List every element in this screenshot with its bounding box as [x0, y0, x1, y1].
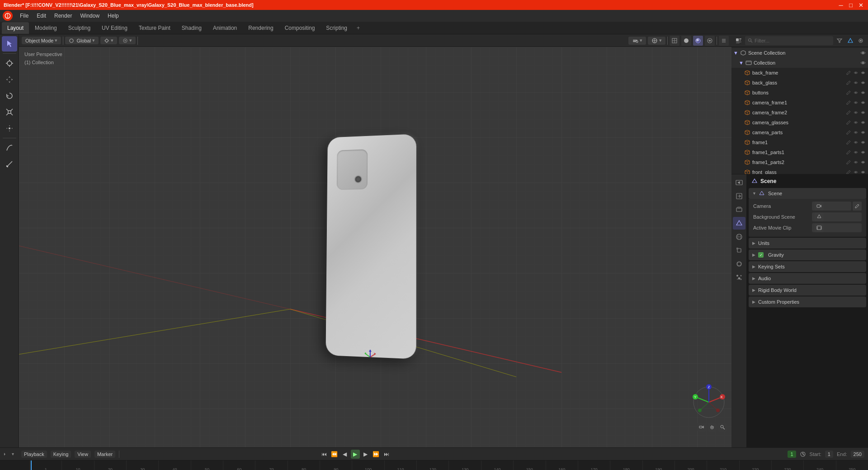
section-units-header[interactable]: ▶ Units [749, 238, 866, 249]
tab-uv-editing[interactable]: UV Editing [96, 22, 133, 34]
item-eye-icon-frame1[interactable] [860, 139, 866, 146]
outliner-item-frame1_parts1[interactable]: frame1_parts1 [731, 147, 868, 157]
start-frame-input[interactable]: 1 [825, 451, 833, 458]
props-render-icon[interactable] [733, 176, 745, 189]
outliner-item-back_frame[interactable]: back_frame [731, 68, 868, 78]
section-gravity-header[interactable]: ▶ ✓ Gravity [749, 249, 866, 260]
item-edit-icon-buttons[interactable] [845, 89, 852, 96]
tab-rendering[interactable]: Rendering [243, 22, 278, 34]
visibility-icon[interactable] [860, 50, 866, 56]
outliner-item-frame1[interactable]: frame1 [731, 137, 868, 147]
item-vis-icon-back_glass[interactable] [853, 80, 859, 86]
end-frame-input[interactable]: 250 [851, 451, 864, 458]
tab-layout[interactable]: Layout [2, 22, 29, 34]
item-vis-icon-camera_glasses[interactable] [853, 119, 859, 126]
prev-keyframe-btn[interactable]: ⏪ [330, 450, 339, 459]
menu-edit[interactable]: Edit [33, 12, 50, 20]
tab-texture-paint[interactable]: Texture Paint [133, 22, 176, 34]
shading-wireframe[interactable] [670, 36, 679, 46]
tool-measure[interactable] [2, 156, 17, 172]
outliner-item-buttons[interactable]: buttons [731, 88, 868, 98]
section-keying-sets-header[interactable]: ▶ Keying Sets [749, 261, 866, 272]
tab-shading[interactable]: Shading [176, 22, 207, 34]
timeline-ruler[interactable]: 1 10 20 30 40 50 60 70 80 90 100 110 120… [0, 460, 868, 470]
tl-playback-btn[interactable]: Playback [21, 451, 47, 458]
camera-edit-icon[interactable] [853, 202, 862, 211]
bg-scene-value[interactable] [812, 212, 862, 221]
snap-selector[interactable]: ▾ [100, 37, 117, 44]
item-edit-icon-frame1_parts1[interactable] [845, 149, 852, 155]
section-audio-header[interactable]: ▶ Audio [749, 273, 866, 284]
outliner-scene-icon[interactable] [846, 36, 855, 45]
tool-rotate[interactable] [2, 88, 17, 103]
outliner-render-icon[interactable] [856, 36, 865, 45]
shading-extra[interactable] [719, 36, 729, 46]
viewport-3d[interactable]: Object Mode ▾ Global ▾ ▾ ▾ [19, 34, 731, 447]
item-eye-icon-camera_parts[interactable] [860, 129, 866, 136]
tool-move[interactable] [2, 72, 17, 87]
play-btn[interactable]: ▶ [351, 450, 360, 459]
item-edit-icon-back_glass[interactable] [845, 80, 852, 86]
movie-clip-icon[interactable] [815, 223, 824, 232]
navigation-gizmo[interactable]: X Y Z [691, 384, 727, 420]
bg-scene-icon[interactable] [815, 212, 824, 221]
item-eye-icon-frame1_parts2[interactable] [860, 159, 866, 165]
current-frame-input[interactable]: 1 [788, 451, 796, 458]
item-eye-icon-frame1_parts1[interactable] [860, 149, 866, 155]
outliner-item-camera_parts[interactable]: camera_parts [731, 127, 868, 137]
tab-animation[interactable]: Animation [208, 22, 242, 34]
item-edit-icon-camera_frame1[interactable] [845, 99, 852, 106]
outliner-filter-btn[interactable] [835, 36, 844, 45]
gizmo-options[interactable]: ▾ [648, 37, 665, 45]
item-vis-icon-front_glass[interactable] [853, 169, 859, 174]
overlay-options[interactable]: ▾ [628, 37, 646, 45]
tl-marker-btn[interactable]: Marker [94, 451, 115, 458]
view-camera-icon[interactable] [697, 423, 706, 432]
object-mode-selector[interactable]: Object Mode ▾ [22, 37, 61, 44]
outliner-type-selector[interactable] [734, 36, 743, 45]
view-hand-icon[interactable] [708, 423, 717, 432]
props-world-icon[interactable] [733, 230, 745, 243]
item-eye-icon-front_glass[interactable] [860, 169, 866, 174]
item-vis-icon-camera_frame2[interactable] [853, 109, 859, 116]
timeline-type-selector[interactable]: ▾ [4, 451, 14, 457]
proportional-selector[interactable]: ▾ [119, 37, 136, 44]
transform-selector[interactable]: Global ▾ [65, 37, 99, 44]
camera-value-icon[interactable] [815, 202, 824, 211]
item-vis-icon-frame1_parts1[interactable] [853, 149, 859, 155]
tool-cursor[interactable] [2, 56, 17, 71]
tool-transform[interactable] [2, 121, 17, 136]
menu-window[interactable]: Window [76, 12, 103, 20]
props-object-icon[interactable] [733, 244, 745, 257]
next-keyframe-btn[interactable]: ⏩ [372, 450, 381, 459]
tab-compositing[interactable]: Compositing [279, 22, 321, 34]
outliner-item-camera_frame2[interactable]: camera_frame2 [731, 108, 868, 118]
menu-help[interactable]: Help [104, 12, 123, 20]
section-scene-header[interactable]: ▼ Scene [749, 188, 866, 199]
minimize-button[interactable]: ─ [837, 2, 844, 9]
tab-modeling[interactable]: Modeling [29, 22, 62, 34]
section-custom-props-header[interactable]: ▶ Custom Properties [749, 296, 866, 307]
item-eye-icon-back_frame[interactable] [860, 70, 866, 76]
camera-value[interactable] [812, 202, 851, 211]
item-edit-icon-camera_parts[interactable] [845, 129, 852, 136]
props-scene-icon[interactable] [733, 217, 745, 230]
blender-logo[interactable] [3, 11, 13, 21]
item-edit-icon-back_frame[interactable] [845, 70, 852, 76]
item-eye-icon-buttons[interactable] [860, 89, 866, 96]
item-edit-icon-frame1_parts2[interactable] [845, 159, 852, 165]
props-output-icon[interactable] [733, 190, 745, 202]
outliner-tree[interactable]: ▼ Scene Collection ▼ Collection [731, 47, 868, 174]
outliner-item-front_glass[interactable]: front_glass [731, 167, 868, 174]
item-eye-icon-camera_frame1[interactable] [860, 99, 866, 106]
tab-scripting[interactable]: Scripting [321, 22, 353, 34]
section-rigid-body-header[interactable]: ▶ Rigid Body World [749, 285, 866, 296]
view-search-icon[interactable] [718, 423, 727, 432]
item-eye-icon-camera_glasses[interactable] [860, 119, 866, 126]
outliner-items[interactable]: back_frame back_glass [731, 68, 868, 174]
gravity-checkbox[interactable]: ✓ [758, 252, 764, 258]
window-controls[interactable]: ─ □ ✕ [837, 2, 864, 9]
item-vis-icon-back_frame[interactable] [853, 70, 859, 76]
props-physics-icon[interactable] [733, 258, 745, 270]
jump-end-btn[interactable]: ⏭ [382, 450, 391, 459]
